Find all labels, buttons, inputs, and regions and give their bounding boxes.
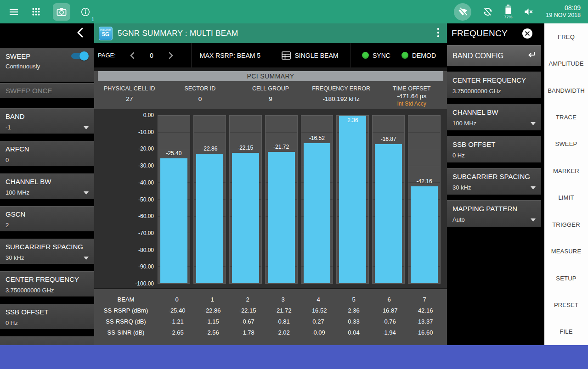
main-toolbar: PAGE: 0 MAX RSRP: BEAM 5 SING [94, 43, 447, 67]
single-beam-label: SINGLE BEAM [295, 52, 339, 59]
page-title: 5GNR SUMMARY : MULTI BEAM [118, 29, 238, 38]
menu-key-sweep[interactable]: SWEEP [544, 131, 588, 157]
demod-status-dot [401, 52, 408, 59]
row-header: SS-SINR (dB) [94, 329, 158, 336]
parameter-value: 0 [6, 157, 9, 163]
parameter-value: Auto [452, 216, 465, 223]
table-cell: -2.65 [161, 329, 193, 336]
parameter-card[interactable]: CENTER FREQUENCY 3.750000000 GHz [447, 72, 541, 98]
parameter-card[interactable]: SUBCARRIER SPACING 30 kHz [447, 168, 541, 195]
volume-off-icon[interactable] [523, 6, 534, 17]
instrument-screen: 1 77% 08:09 19 NOV 2018 [0, 0, 588, 369]
parameter-label: ARFCN [6, 145, 89, 153]
screenshot-camera-icon[interactable] [53, 3, 70, 21]
table-cell: 1 [196, 296, 228, 303]
table-cell: 0.27 [302, 318, 334, 325]
sync-disabled-icon[interactable] [482, 6, 493, 17]
y-tick-label: -70.00 [138, 230, 154, 236]
parameter-label: SUBCARRIER SPACING [6, 243, 89, 251]
pci-field-label: FREQUENCY ERROR [306, 85, 377, 92]
wifi-off-icon[interactable] [454, 3, 471, 21]
table-cell: -0.67 [232, 318, 264, 325]
table-row: SS-SINR (dB)-2.65-2.56-1.78-2.02-0.090.0… [94, 327, 441, 338]
pci-field: CELL GROUP9 [235, 81, 306, 107]
menu-key-trigger[interactable]: TRIGGER [544, 211, 588, 238]
parameter-label: SSB OFFSET [6, 308, 89, 316]
menu-key-trace[interactable]: TRACE [544, 104, 588, 130]
battery-icon: 77% [504, 5, 512, 19]
toggle-knob [79, 51, 89, 61]
apps-grid-icon[interactable] [31, 7, 41, 17]
parameter-card[interactable]: BAND -1 [0, 108, 94, 134]
y-axis: 0.00-10.00-20.00-30.00-40.00-50.00-60.00… [94, 115, 158, 284]
table-cell: 5 [338, 296, 370, 303]
bar-value-label: 2.36 [337, 117, 368, 123]
beam-bar [375, 144, 402, 283]
menu-icon[interactable] [8, 6, 19, 17]
menu-key-freq[interactable]: FREQ [544, 23, 588, 50]
beam-bar [232, 153, 259, 283]
menu-key-measure[interactable]: MEASURE [544, 238, 588, 264]
pci-field: PHYSICAL CELL ID27 [94, 81, 165, 107]
row-header: BEAM [94, 296, 158, 303]
menu-key-marker[interactable]: MARKER [544, 157, 588, 184]
parameter-card-partial[interactable] [0, 336, 94, 345]
parameter-card[interactable]: SSB OFFSET 0 Hz [447, 136, 541, 162]
sweep-once-label: SWEEP ONCE [6, 87, 52, 95]
y-tick-label: -50.00 [138, 196, 154, 203]
parameter-value: -1 [6, 124, 11, 131]
menu-key-amplitude[interactable]: AMPLITUDE [544, 50, 588, 77]
bar-value-label: -22.15 [230, 145, 261, 151]
chevron-down-icon [531, 119, 536, 127]
page-next-button[interactable] [161, 52, 181, 59]
parameter-card[interactable]: GSCN 2 [0, 206, 94, 231]
table-cell: -22.86 [196, 307, 228, 314]
menu-key-bandwidth[interactable]: BANDWIDTH [544, 77, 588, 104]
sweep-once-button[interactable]: SWEEP ONCE [0, 83, 94, 98]
parameter-card[interactable]: SSB OFFSET 0 Hz [0, 304, 94, 329]
parameter-card[interactable]: CHANNEL BW 100 MHz [447, 104, 541, 130]
page-prev-button[interactable] [122, 52, 142, 59]
sync-status-dot [362, 52, 369, 59]
table-cell: 0.04 [338, 329, 370, 336]
parameter-card[interactable]: SUBCARRIER SPACING 30 kHz [0, 239, 94, 264]
table-row: SS-RSRP (dBm)-25.40-22.86-22.15-21.72-16… [94, 305, 441, 316]
bar-value-label: -22.86 [194, 145, 226, 152]
row-header: SS-RSRQ (dB) [94, 318, 158, 325]
frequency-panel-header: FREQUENCY [447, 23, 544, 43]
parameter-card[interactable]: ARFCN 0 [0, 141, 94, 166]
back-chevron-icon[interactable] [77, 28, 83, 39]
table-cell: -22.15 [232, 307, 264, 314]
enter-icon [526, 51, 536, 61]
bar-value-label: -16.52 [301, 135, 333, 141]
beam-column: -16.87 [372, 115, 405, 284]
parameter-label: CHANNEL BW [452, 108, 536, 116]
sweep-toggle[interactable] [70, 52, 89, 60]
menu-key-setup[interactable]: SETUP [544, 265, 588, 291]
single-beam-button[interactable]: SINGLE BEAM [269, 43, 351, 67]
status-time: 08:09 [546, 4, 581, 12]
kebab-menu-icon[interactable] [434, 27, 442, 40]
row-header: SS-RSRP (dBm) [94, 307, 158, 314]
beam-column: -22.15 [229, 115, 262, 284]
info-icon[interactable]: 1 [80, 7, 90, 17]
y-tick-label: -20.00 [138, 145, 154, 152]
table-cell: -42.16 [408, 307, 441, 314]
menu-key-preset[interactable]: PRESET [544, 291, 588, 318]
pci-field-label: PHYSICAL CELL ID [94, 85, 165, 92]
parameter-label: BAND [6, 112, 89, 120]
menu-key-file[interactable]: FILE [544, 319, 588, 345]
band-config-button[interactable]: BAND CONFIG [447, 45, 541, 66]
bar-value-label: -42.16 [408, 178, 440, 184]
menu-key-limit[interactable]: LIMIT [544, 184, 588, 211]
bar-value-label: -25.40 [158, 150, 190, 157]
parameter-card[interactable]: MAPPING PATTERN Auto [447, 200, 541, 227]
close-icon[interactable] [521, 28, 533, 39]
chevron-down-icon [531, 215, 536, 224]
parameter-card[interactable]: CENTER FREQUENCY 3.750000000 GHz [0, 271, 94, 296]
parameter-card[interactable]: CHANNEL BW 100 MHz [0, 173, 94, 199]
table-cell: 7 [408, 296, 441, 303]
sweep-card[interactable]: SWEEP Continuously [0, 48, 94, 82]
parameter-label: MAPPING PATTERN [452, 205, 536, 212]
bar-value-label: -16.87 [373, 136, 404, 142]
